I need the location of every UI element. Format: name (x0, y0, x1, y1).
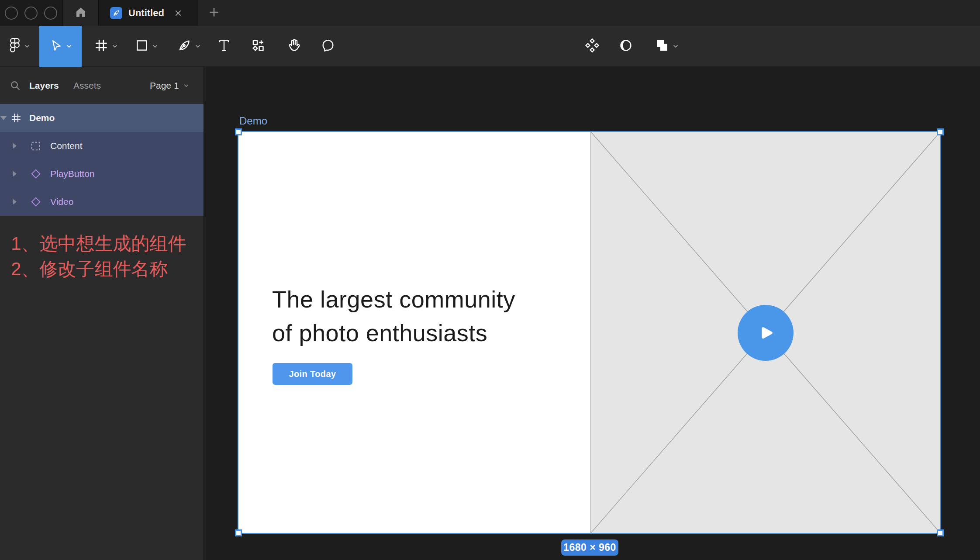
demo-frame[interactable]: The largest community of photo enthusias… (238, 132, 940, 533)
tab-title: Untitled (128, 7, 164, 19)
hero-heading-line-1: The largest community (272, 283, 515, 316)
page-selector-label: Page 1 (150, 80, 179, 91)
search-icon[interactable] (10, 80, 21, 93)
pen-tool-button[interactable] (172, 26, 206, 67)
layer-name[interactable]: Demo (29, 113, 55, 123)
annotation-line-1: 1、选中想生成的组件 (11, 231, 186, 256)
join-today-button[interactable]: Join Today (273, 363, 352, 385)
design-canvas[interactable]: Demo The largest community of photo enth… (204, 67, 980, 560)
window-controls (0, 0, 63, 26)
component-layer-icon (30, 168, 41, 181)
selection-handle-bottom-right[interactable] (937, 529, 944, 536)
hand-icon (286, 38, 300, 55)
expand-collapse-icon[interactable] (0, 116, 7, 120)
hand-tool-button[interactable] (283, 26, 304, 67)
comment-icon (321, 38, 335, 54)
figma-app-window: Untitled (0, 0, 980, 560)
mask-icon (619, 38, 633, 54)
play-button[interactable] (738, 305, 794, 361)
tab-layers[interactable]: Layers (29, 80, 59, 91)
layer-row-content[interactable]: Content (0, 132, 204, 160)
text-tool-icon (217, 38, 231, 54)
pen-tool-icon (177, 38, 191, 54)
component-layer-icon (30, 196, 41, 209)
boolean-union-icon (655, 38, 669, 54)
selection-size-badge: 1680 × 960 (561, 539, 618, 556)
rectangle-tool-icon (135, 39, 148, 54)
close-tab-icon[interactable] (174, 9, 183, 17)
layer-name[interactable]: Video (50, 197, 73, 207)
layer-name[interactable]: PlayButton (50, 169, 95, 179)
expand-icon[interactable] (13, 143, 17, 149)
home-button[interactable] (63, 0, 99, 26)
chevron-down-icon (183, 84, 189, 87)
annotation-text: 1、选中想生成的组件 2、修改子组件名称 (11, 231, 186, 282)
home-icon (74, 6, 87, 21)
window-close-button[interactable] (5, 7, 18, 20)
window-zoom-button[interactable] (44, 7, 57, 20)
hero-heading[interactable]: The largest community of photo enthusias… (272, 283, 515, 350)
layer-row-playbutton[interactable]: PlayButton (0, 160, 204, 188)
annotation-line-2: 2、修改子组件名称 (11, 256, 186, 282)
left-panel: Layers Assets Page 1 Demo (0, 67, 204, 560)
window-minimize-button[interactable] (24, 7, 38, 20)
toolbar (0, 26, 980, 67)
layer-row-video[interactable]: Video (0, 188, 204, 216)
group-layer-icon (30, 141, 41, 153)
resources-icon (251, 38, 265, 54)
main-menu-button[interactable] (3, 26, 35, 67)
selection-handle-bottom-left[interactable] (235, 529, 242, 536)
text-tool-button[interactable] (213, 26, 235, 67)
shape-tool-button[interactable] (130, 26, 162, 67)
tab-strip (198, 0, 980, 26)
frame-layer-icon (10, 112, 22, 125)
selection-handle-top-right[interactable] (937, 128, 944, 135)
comment-tool-button[interactable] (317, 26, 339, 67)
page-selector[interactable]: Page 1 (150, 80, 189, 91)
window-tab-bar: Untitled (0, 0, 980, 26)
panel-header: Layers Assets Page 1 (0, 67, 204, 104)
figma-file-icon (110, 7, 122, 19)
hero-heading-line-2: of photo enthusiasts (272, 316, 515, 350)
expand-icon[interactable] (13, 199, 17, 205)
play-icon (754, 321, 777, 344)
move-tool-button[interactable] (39, 26, 82, 67)
figma-menu-icon (9, 38, 21, 55)
frame-tool-icon (94, 38, 108, 54)
new-tab-icon[interactable] (208, 7, 220, 20)
tab-assets[interactable]: Assets (73, 80, 101, 91)
boolean-groups-button[interactable] (650, 26, 683, 67)
expand-icon[interactable] (13, 171, 17, 177)
create-component-button[interactable] (581, 26, 604, 67)
file-tab[interactable]: Untitled (99, 0, 197, 26)
component-icon (585, 38, 600, 55)
selection-handle-top-left[interactable] (235, 128, 242, 135)
frame-tool-button[interactable] (90, 26, 122, 67)
move-cursor-icon (49, 39, 62, 54)
layer-name[interactable]: Content (50, 141, 83, 151)
frame-title-label[interactable]: Demo (239, 115, 267, 127)
layer-row-demo[interactable]: Demo (0, 104, 204, 132)
resources-tool-button[interactable] (247, 26, 269, 67)
use-as-mask-button[interactable] (615, 26, 637, 67)
